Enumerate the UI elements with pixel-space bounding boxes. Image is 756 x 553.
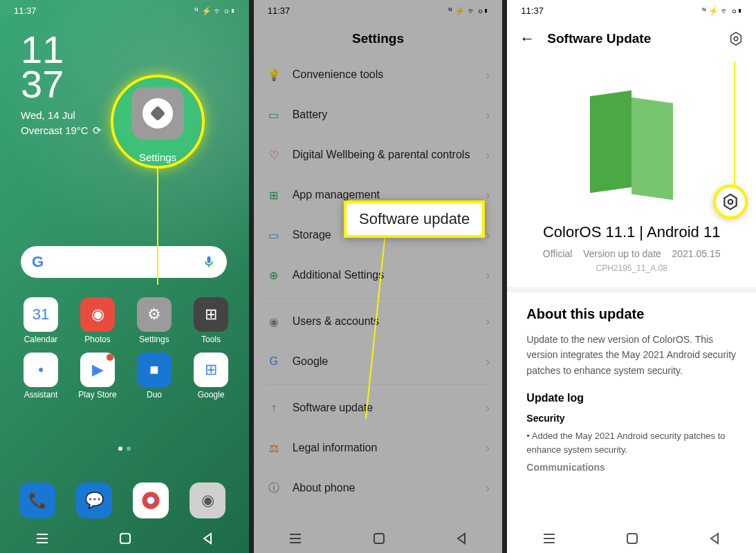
settings-item-digital-wellbeing-parental-controls[interactable]: ♡Digital Wellbeing & parental controls› xyxy=(266,135,490,175)
item-label: Convenience tools xyxy=(293,68,475,81)
messages-app[interactable]: 💬 xyxy=(76,482,112,518)
app-photos[interactable]: ◉Photos xyxy=(69,297,126,344)
settings-item-battery[interactable]: ▭Battery› xyxy=(266,95,490,135)
item-icon: ◉ xyxy=(266,314,282,329)
chrome-app[interactable] xyxy=(133,482,169,518)
about-section[interactable]: About this update Update to the new vers… xyxy=(507,287,756,492)
app-settings[interactable]: ⚙Settings xyxy=(126,297,183,344)
status-time: 11:37 xyxy=(14,6,37,16)
settings-list[interactable]: 💡Convenience tools›▭Battery›♡Digital Wel… xyxy=(254,55,503,508)
settings-app-label: Settings xyxy=(111,151,205,163)
status-icons: ᴺ ⚡ ᯤ ▢ ▮ xyxy=(702,6,742,16)
nav-bar xyxy=(254,524,503,553)
nav-home-icon[interactable] xyxy=(626,532,638,545)
item-icon: ⊕ xyxy=(266,268,282,283)
chevron-right-icon: › xyxy=(486,401,490,415)
app-grid: 31Calendar◉Photos⚙Settings⊞Tools•Assista… xyxy=(12,297,239,400)
status-bar: 11:37 ᴺ ⚡ ᯤ ▢ ▮ xyxy=(0,0,249,19)
settings-hex-icon[interactable] xyxy=(728,31,744,46)
settings-screen: 11:37 ᴺ ⚡ ᯤ ▢ ▮ Settings 💡Convenience to… xyxy=(254,0,503,553)
dock: 📞 💬 ◉ xyxy=(19,482,225,518)
settings-item-legal-information[interactable]: ⚖Legal information› xyxy=(266,428,490,468)
svg-rect-7 xyxy=(627,534,637,543)
item-label: Battery xyxy=(293,109,475,121)
item-label: Additional Settings xyxy=(293,269,475,281)
chevron-right-icon: › xyxy=(486,481,490,496)
status-time: 11:37 xyxy=(521,6,544,16)
log-security-title: Security xyxy=(526,413,737,424)
update-header: ← Software Update xyxy=(507,19,756,59)
nav-bar xyxy=(0,524,249,553)
meta-status: Version up to date xyxy=(583,248,661,259)
back-arrow-icon[interactable]: ← xyxy=(519,30,535,48)
settings-page-title: Settings xyxy=(254,19,503,55)
item-icon: ⊞ xyxy=(266,187,282,203)
chevron-right-icon: › xyxy=(486,188,490,203)
item-label: About phone xyxy=(293,482,475,494)
item-label: Users & accounts xyxy=(293,315,475,328)
os-meta: Official Version up to date 2021.05.15 xyxy=(507,247,756,261)
item-icon: ▭ xyxy=(266,107,282,122)
log-comm-title: Communications xyxy=(526,462,737,473)
google-logo-icon: G xyxy=(32,253,44,271)
nav-menu-icon[interactable] xyxy=(288,532,302,545)
app-play store[interactable]: ▶Play Store xyxy=(69,353,126,400)
item-label: Digital Wellbeing & parental controls xyxy=(293,149,475,161)
nav-back-icon[interactable] xyxy=(455,532,468,545)
page-indicator xyxy=(0,441,249,453)
chevron-right-icon: › xyxy=(486,315,490,329)
settings-hex-callout xyxy=(713,185,748,219)
app-assistant[interactable]: •Assistant xyxy=(12,353,69,400)
chevron-right-icon: › xyxy=(486,68,490,82)
nav-back-icon[interactable] xyxy=(201,532,214,545)
mic-icon[interactable] xyxy=(202,255,216,269)
chevron-right-icon: › xyxy=(486,441,490,456)
meta-official: Official xyxy=(543,248,573,259)
clock-hour: 11 xyxy=(21,32,249,67)
svg-rect-4 xyxy=(374,534,384,543)
chevron-right-icon: › xyxy=(486,228,490,243)
status-bar: 11:37 ᴺ ⚡ ᯤ ▢ ▮ xyxy=(507,0,756,19)
svg-point-5 xyxy=(734,37,738,41)
item-label: Google xyxy=(293,355,475,368)
nav-bar xyxy=(507,524,756,553)
item-label: Legal information xyxy=(293,442,475,454)
app-calendar[interactable]: 31Calendar xyxy=(12,297,69,344)
item-icon: ↑ xyxy=(266,400,282,415)
google-search-bar[interactable]: G xyxy=(21,246,227,278)
update-page-title: Software Update xyxy=(547,31,716,46)
nav-menu-icon[interactable] xyxy=(542,532,556,545)
weather-text: Overcast 19°C xyxy=(21,124,89,136)
settings-item-convenience-tools[interactable]: 💡Convenience tools› xyxy=(266,55,490,95)
about-title: About this update xyxy=(526,306,737,322)
software-update-screen: 11:37 ᴺ ⚡ ᯤ ▢ ▮ ← Software Update ColorO… xyxy=(507,0,756,553)
item-icon: ⓘ xyxy=(266,480,282,496)
software-update-callout: Software update xyxy=(344,200,485,238)
nav-back-icon[interactable] xyxy=(708,532,721,545)
meta-date: 2021.05.15 xyxy=(672,248,720,259)
svg-rect-3 xyxy=(120,534,130,543)
refresh-icon[interactable]: ⟳ xyxy=(93,123,102,139)
settings-app-icon[interactable] xyxy=(131,87,184,140)
camera-app[interactable]: ◉ xyxy=(190,482,225,518)
nav-home-icon[interactable] xyxy=(373,532,385,545)
settings-item-google[interactable]: GGoogle› xyxy=(266,341,490,385)
item-label: Software update xyxy=(293,402,475,414)
settings-hex-icon xyxy=(721,193,739,211)
settings-highlight: Settings xyxy=(111,75,205,169)
chevron-right-icon: › xyxy=(486,268,490,283)
settings-item-about-phone[interactable]: ⓘAbout phone› xyxy=(266,468,490,508)
status-time: 11:37 xyxy=(268,6,291,16)
app-google[interactable]: ⊞Google xyxy=(183,353,239,400)
settings-item-software-update[interactable]: ↑Software update› xyxy=(266,388,490,428)
gear-icon xyxy=(142,98,173,129)
nav-home-icon[interactable] xyxy=(119,532,131,545)
app-duo[interactable]: ■Duo xyxy=(126,353,183,400)
item-icon: ♡ xyxy=(266,147,282,162)
phone-app[interactable]: 📞 xyxy=(19,482,55,518)
app-tools[interactable]: ⊞Tools xyxy=(183,297,239,344)
os-version: ColorOS 11.1 | Android 11 xyxy=(507,218,756,247)
chevron-right-icon: › xyxy=(486,148,490,162)
homescreen: 11:37 ᴺ ⚡ ᯤ ▢ ▮ 11 37 Wed, 14 Jul Overca… xyxy=(0,0,249,553)
nav-menu-icon[interactable] xyxy=(35,532,49,545)
